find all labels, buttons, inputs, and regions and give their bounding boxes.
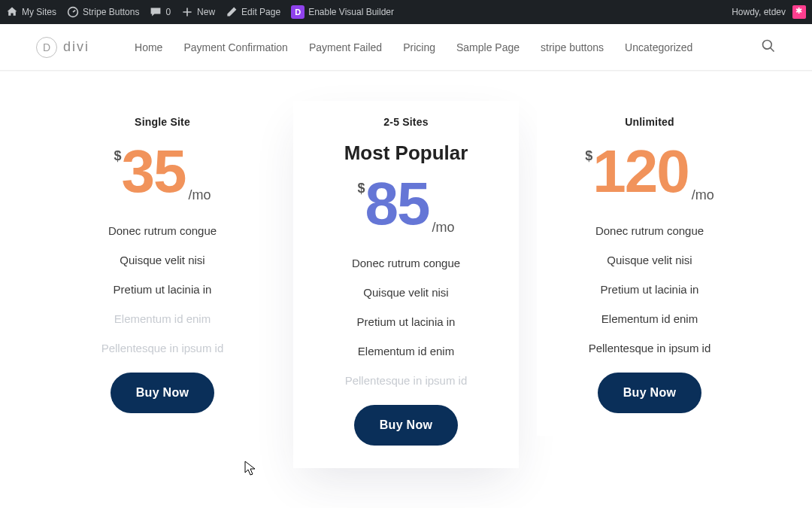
admin-site-name-label: Stripe Buttons [83, 7, 139, 17]
site-header: D divi Home Payment Confirmation Payment… [0, 24, 812, 71]
price-line: $ 120 /mo [550, 137, 749, 224]
price-amount: 35 [122, 141, 186, 202]
admin-comments-count: 0 [165, 7, 171, 17]
price-amount: 120 [592, 141, 688, 202]
feature-item: Donec rutrum congue [307, 257, 505, 269]
price-line: $ 35 /mo [63, 137, 262, 224]
site-logo[interactable]: D divi [36, 37, 89, 58]
feature-list: Donec rutrum congue Quisque velit nisi P… [550, 224, 749, 354]
nav-sample-page[interactable]: Sample Page [456, 41, 520, 53]
feature-item: Donec rutrum congue [63, 224, 262, 237]
logo-mark-icon: D [36, 37, 57, 58]
pricing-card-single: Single Site $ 35 /mo Donec rutrum congue… [50, 101, 275, 436]
admin-visual-builder[interactable]: D Enable Visual Builder [291, 5, 394, 19]
price-suffix: /mo [188, 188, 211, 202]
feature-item: Pellentesque in ipsum id [550, 342, 749, 354]
price-currency: $ [357, 181, 365, 195]
primary-nav: Home Payment Confirmation Payment Failed… [135, 41, 761, 53]
feature-item: Quisque velit nisi [550, 254, 749, 266]
buy-button[interactable]: Buy Now [111, 373, 215, 413]
pencil-icon [226, 6, 238, 18]
admin-visual-builder-label: Enable Visual Builder [308, 7, 394, 17]
price-line: $ 85 /mo [307, 169, 505, 257]
feature-item: Elementum id enim [63, 312, 262, 325]
svg-line-2 [771, 47, 774, 51]
house-icon [6, 6, 18, 18]
nav-pricing[interactable]: Pricing [403, 41, 435, 53]
logo-text: divi [63, 39, 89, 55]
feature-item: Pretium ut lacinia in [307, 315, 505, 328]
buy-button[interactable]: Buy Now [598, 373, 702, 413]
price-suffix: /mo [432, 221, 454, 234]
nav-uncategorized[interactable]: Uncategorized [625, 41, 692, 53]
plus-icon [181, 6, 193, 18]
admin-my-sites[interactable]: My Sites [6, 6, 56, 18]
price-suffix: /mo [692, 188, 714, 202]
feature-item: Elementum id enim [307, 345, 505, 357]
pricing-card-popular: 2-5 Sites Most Popular $ 85 /mo Donec ru… [293, 101, 519, 468]
feature-item: Pretium ut lacinia in [550, 283, 749, 296]
feature-item: Pretium ut lacinia in [63, 283, 262, 296]
wp-admin-bar: My Sites Stripe Buttons 0 New Edit Page … [0, 0, 812, 24]
feature-list: Donec rutrum congue Quisque velit nisi P… [307, 257, 505, 387]
price-currency: $ [114, 149, 121, 163]
svg-point-1 [763, 40, 772, 49]
card-title: Unlimited [550, 101, 749, 137]
divi-icon: D [291, 5, 304, 19]
gauge-icon [67, 6, 79, 18]
feature-item: Pellentesque in ipsum id [63, 342, 262, 354]
pricing-row: Single Site $ 35 /mo Donec rutrum congue… [0, 71, 812, 504]
admin-edit-page-label: Edit Page [241, 7, 280, 17]
buy-button[interactable]: Buy Now [354, 405, 459, 446]
card-title: 2-5 Sites [307, 101, 505, 137]
avatar-icon [792, 5, 806, 19]
nav-stripe-buttons[interactable]: stripe buttons [541, 41, 604, 53]
price-amount: 85 [365, 174, 429, 234]
admin-comments[interactable]: 0 [150, 6, 171, 18]
admin-new[interactable]: New [181, 6, 215, 18]
search-icon[interactable] [761, 38, 776, 56]
price-currency: $ [585, 149, 592, 163]
admin-new-label: New [197, 7, 215, 17]
feature-item: Quisque velit nisi [63, 254, 262, 266]
admin-howdy-label: Howdy, etdev [732, 7, 786, 17]
card-title: Single Site [63, 101, 262, 137]
feature-item: Pellentesque in ipsum id [307, 374, 505, 387]
admin-my-sites-label: My Sites [22, 7, 56, 17]
popular-badge: Most Popular [307, 141, 505, 165]
pricing-card-unlimited: Unlimited $ 120 /mo Donec rutrum congue … [537, 101, 762, 436]
feature-list: Donec rutrum congue Quisque velit nisi P… [63, 224, 262, 354]
nav-payment-confirmation[interactable]: Payment Confirmation [183, 41, 288, 53]
feature-item: Donec rutrum congue [550, 224, 749, 237]
admin-howdy[interactable]: Howdy, etdev [732, 5, 806, 19]
feature-item: Quisque velit nisi [307, 286, 505, 299]
nav-home[interactable]: Home [135, 41, 162, 53]
admin-site-name[interactable]: Stripe Buttons [67, 6, 139, 18]
comment-icon [150, 6, 162, 18]
admin-edit-page[interactable]: Edit Page [226, 6, 280, 18]
nav-payment-failed[interactable]: Payment Failed [309, 41, 382, 53]
feature-item: Elementum id enim [550, 312, 749, 325]
